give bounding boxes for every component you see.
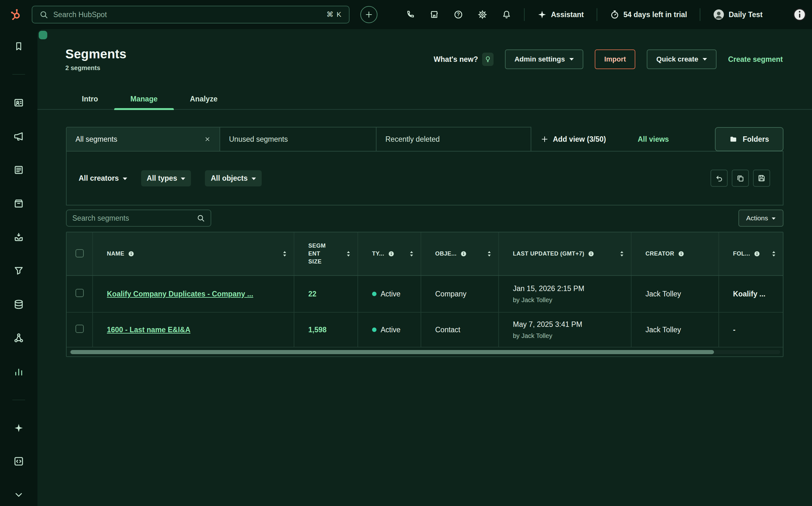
column-header-type[interactable]: TY...: [358, 232, 421, 275]
automation-icon[interactable]: [13, 265, 24, 276]
assistant-button[interactable]: Assistant: [537, 10, 584, 19]
admin-settings-button[interactable]: Admin settings: [505, 50, 583, 69]
help-icon[interactable]: ?: [454, 10, 463, 19]
sort-icon[interactable]: [409, 250, 414, 257]
search-icon: [197, 214, 205, 222]
import-button[interactable]: Import: [595, 50, 635, 69]
phone-icon[interactable]: [405, 10, 415, 19]
tab-manage[interactable]: Manage: [114, 89, 174, 109]
avatar-icon: [713, 9, 724, 20]
reporting-icon[interactable]: [13, 366, 24, 377]
quick-create-button[interactable]: Quick create: [647, 50, 717, 69]
column-header-name[interactable]: NAME: [93, 232, 294, 275]
select-all-checkbox[interactable]: [76, 249, 84, 257]
sort-icon[interactable]: [282, 250, 287, 257]
table-row[interactable]: Koalify Company Duplicates - Company ...…: [67, 275, 783, 312]
scrollbar-thumb[interactable]: [70, 350, 714, 354]
view-tab-unused-segments[interactable]: Unused segments: [220, 127, 377, 152]
whats-new-link[interactable]: What's new?: [433, 53, 494, 66]
header-actions: What's new? Admin settings Import Quick …: [433, 50, 783, 69]
info-icon[interactable]: [461, 251, 467, 257]
divider: [12, 74, 25, 75]
undo-button[interactable]: [711, 170, 728, 187]
segment-name-link[interactable]: Koalify Company Duplicates - Company ...: [107, 290, 253, 298]
segment-search-input[interactable]: [72, 214, 197, 223]
sort-icon[interactable]: [487, 250, 491, 257]
column-header-size[interactable]: SEGMENT SIZE: [294, 232, 358, 275]
quick-add-button[interactable]: [360, 6, 378, 23]
row-checkbox[interactable]: [76, 289, 84, 297]
ai-icon[interactable]: [13, 423, 24, 433]
info-icon[interactable]: [678, 251, 684, 257]
chevron-down-icon[interactable]: [13, 490, 24, 500]
bookmark-icon[interactable]: [13, 41, 24, 51]
view-tab-recently-deleted[interactable]: Recently deleted: [376, 127, 531, 152]
row-checkbox[interactable]: [76, 325, 84, 333]
view-tab-all-segments[interactable]: All segments: [66, 127, 220, 152]
commerce-icon[interactable]: [13, 198, 24, 209]
inbox-icon[interactable]: [13, 232, 24, 243]
settings-icon[interactable]: [478, 10, 487, 19]
folders-label: Folders: [742, 135, 769, 144]
integrations-icon[interactable]: [13, 333, 24, 343]
crm-icon[interactable]: [13, 97, 24, 108]
page-title: Segments: [65, 47, 127, 61]
all-objects-dropdown[interactable]: All objects: [205, 170, 261, 186]
sort-icon[interactable]: [772, 250, 776, 257]
info-icon[interactable]: [588, 251, 594, 257]
folder-icon: [729, 135, 737, 143]
all-views-link[interactable]: All views: [638, 127, 669, 152]
segment-search-box[interactable]: [66, 209, 211, 227]
undo-icon: [715, 174, 723, 182]
last-updated-by: by Jack Tolley: [513, 296, 631, 304]
marketing-icon[interactable]: [13, 131, 24, 142]
column-header-creator[interactable]: CREATOR: [631, 232, 719, 275]
sort-icon[interactable]: [346, 250, 350, 257]
trial-status[interactable]: 54 days left in trial: [610, 10, 687, 19]
segment-name-link[interactable]: 1600 - Last name E&I&A: [107, 326, 190, 334]
svg-text:?: ?: [457, 12, 460, 17]
column-header-folder[interactable]: FOL...: [719, 232, 783, 275]
actions-button[interactable]: Actions: [738, 209, 784, 227]
copy-button[interactable]: [732, 170, 749, 187]
save-icon: [757, 174, 766, 182]
column-header-last-updated[interactable]: LAST UPDATED (GMT+7): [499, 232, 631, 275]
search-shortcut: ⌘ K: [326, 10, 342, 19]
global-search-box[interactable]: ⌘ K: [32, 6, 349, 23]
marketplace-icon[interactable]: [429, 10, 439, 19]
object-type: Contact: [435, 326, 460, 334]
info-icon[interactable]: [388, 251, 394, 257]
tab-intro[interactable]: Intro: [66, 89, 114, 109]
info-icon[interactable]: [754, 251, 760, 257]
content-icon[interactable]: [13, 165, 24, 175]
add-view-button[interactable]: Add view (3/50): [541, 127, 606, 152]
info-icon[interactable]: [793, 8, 806, 21]
column-header-object[interactable]: OBJE...: [421, 232, 499, 275]
global-search-input[interactable]: [53, 10, 326, 19]
save-view-button[interactable]: [753, 170, 770, 187]
tab-analyze[interactable]: Analyze: [174, 89, 234, 109]
info-icon[interactable]: [128, 251, 134, 257]
admin-settings-label: Admin settings: [514, 55, 565, 63]
account-menu[interactable]: Daily Test: [713, 9, 762, 20]
all-types-dropdown[interactable]: All types: [141, 170, 191, 186]
page-header: Segments 2 segments What's new? Admin se…: [37, 29, 812, 72]
folders-button[interactable]: Folders: [715, 127, 784, 151]
segment-size: 22: [308, 290, 317, 298]
all-creators-dropdown[interactable]: All creators: [79, 174, 127, 183]
close-icon[interactable]: [204, 136, 211, 142]
table-row[interactable]: 1600 - Last name E&I&A 1,598 Active Cont…: [67, 312, 783, 347]
segments-table: NAME SEGMENT SIZE: [66, 232, 784, 357]
all-objects-label: All objects: [211, 174, 247, 183]
developer-icon[interactable]: [13, 456, 24, 467]
chevron-down-icon: [123, 178, 127, 180]
create-segment-link[interactable]: Create segment: [728, 55, 783, 64]
scrollbar-track[interactable]: [69, 350, 780, 354]
sort-icon[interactable]: [620, 250, 624, 257]
filter-group: All creators All types All objects: [79, 170, 262, 186]
view-tab-label: All segments: [76, 135, 117, 144]
data-icon[interactable]: [13, 299, 24, 310]
notifications-icon[interactable]: [502, 10, 511, 19]
title-block: Segments 2 segments: [65, 47, 127, 72]
hubspot-logo-icon[interactable]: [7, 5, 25, 24]
